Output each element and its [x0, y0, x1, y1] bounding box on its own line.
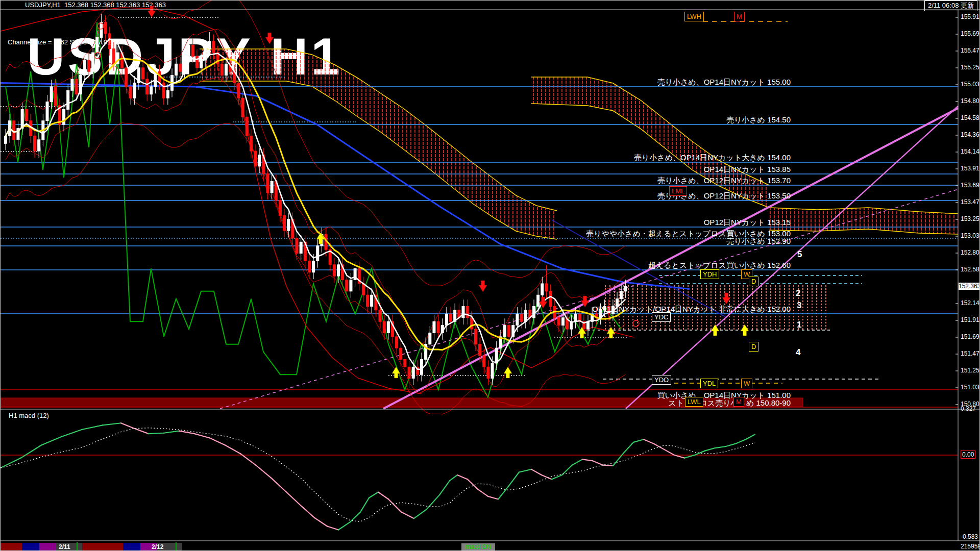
- current-price-tag: 152.363: [959, 283, 980, 290]
- wave-number-5: 5: [797, 249, 802, 260]
- marker-box-lwl-11[interactable]: LWL: [685, 397, 703, 407]
- price-tick-154.585: 154.585: [961, 114, 980, 121]
- macd-axis-top: 0.327: [961, 405, 976, 412]
- price-tick-152.805: 152.805: [961, 249, 980, 256]
- marker-box-lwh-0[interactable]: LWH: [684, 12, 704, 21]
- level-annotation-8: 売り小さめ 152.90: [726, 237, 791, 246]
- price-tick-153.475: 153.475: [961, 198, 980, 206]
- corner-value: 215959: [961, 543, 980, 550]
- macd-axis-zero: 0.00: [961, 451, 975, 458]
- level-annotation-3: OP14日NYカット 153.85: [704, 165, 791, 174]
- macd-panel-label: H1 macd (12): [9, 412, 49, 419]
- wave-number-1: 1: [797, 320, 801, 330]
- level-annotation-4: 売り小さめ、OP12日NYカット 153.70: [657, 176, 791, 186]
- channel-info-label: Channel size = 1162 Slope = 27.91: [8, 38, 111, 46]
- price-tick-154.805: 154.805: [961, 97, 980, 105]
- price-tick-155.915: 155.915: [961, 13, 980, 20]
- level-annotation-6: OP12日NYカット 153.15: [704, 218, 791, 228]
- price-tick-155.250: 155.250: [961, 64, 980, 71]
- marker-box-ydc-6[interactable]: YDC: [652, 312, 671, 322]
- marker-box-d-5[interactable]: D: [749, 277, 758, 286]
- macd-axis-bottom: -0.583: [961, 533, 978, 540]
- level-annotation-10: OP11日NYカット/OP14日NYカット 非常に大きめ 152.00: [592, 305, 791, 314]
- macd-toggle-button[interactable]: macd ON: [461, 543, 495, 551]
- ichimoku-clouds: [200, 49, 958, 330]
- marker-box-d-7[interactable]: D: [749, 342, 758, 352]
- trading-chart-window: USDJPY H1 USDJPY,H1 152.368 152.368 152.…: [0, 0, 980, 551]
- price-tick-155.695: 155.695: [961, 30, 980, 37]
- price-tick-151.030: 151.030: [961, 384, 980, 391]
- level-annotation-2: 売り小さめ、OP14日NYカット大きめ 154.00: [634, 153, 791, 163]
- price-tick-153.695: 153.695: [961, 182, 980, 189]
- price-tick-153.030: 153.030: [961, 232, 980, 239]
- marker-box-ydo-8[interactable]: YDO: [652, 375, 671, 385]
- marker-box-m-1[interactable]: M: [734, 12, 745, 21]
- price-tick-154.140: 154.140: [961, 148, 980, 155]
- marker-box-ydl-9[interactable]: YDL: [700, 379, 718, 388]
- level-annotation-1: 売り小さめ 154.50: [726, 115, 791, 125]
- price-tick-152.140: 152.140: [961, 299, 980, 307]
- timeline-label-2-11: 2/11: [59, 543, 70, 550]
- marker-box-m-12[interactable]: M: [733, 397, 744, 407]
- marker-box-w-10[interactable]: W: [741, 379, 752, 388]
- price-tick-155.030: 155.030: [961, 81, 980, 88]
- price-tick-151.250: 151.250: [961, 367, 980, 374]
- price-tick-151.695: 151.695: [961, 333, 980, 340]
- price-tick-153.915: 153.915: [961, 165, 980, 172]
- level-annotation-0: 売り小さめ、OP14日NYカット 155.00: [657, 78, 791, 87]
- price-tick-155.475: 155.475: [961, 47, 980, 54]
- marker-box-lml-2[interactable]: LML: [669, 186, 687, 196]
- macd-indicator: [1, 423, 958, 530]
- price-tick-151.475: 151.475: [961, 350, 980, 357]
- wave-number-2: 2: [796, 288, 800, 298]
- price-tick-151.915: 151.915: [961, 316, 980, 323]
- timeline-label-2-12: 2/12: [152, 543, 163, 550]
- main-chart-canvas[interactable]: [1, 1, 980, 551]
- wave-number-4: 4: [796, 347, 800, 358]
- price-tick-152.585: 152.585: [961, 266, 980, 273]
- marker-box-ydh-3[interactable]: YDH: [700, 269, 719, 279]
- wave-number-3: 3: [797, 300, 801, 311]
- price-tick-154.360: 154.360: [961, 131, 980, 138]
- price-tick-153.250: 153.250: [961, 215, 980, 222]
